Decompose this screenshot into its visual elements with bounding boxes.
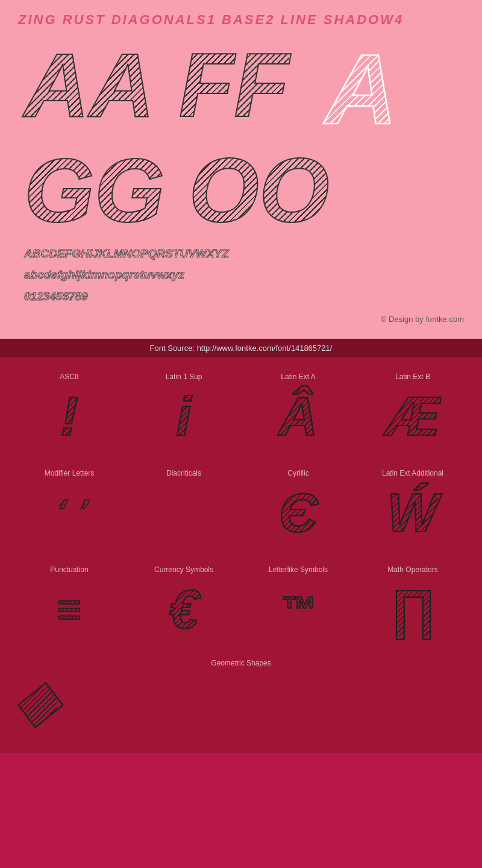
char-cell-cyrillic: Cyrillic ЄЄ [241, 460, 355, 556]
char-grid: ASCII !! Latin 1 Sup ii Latin Ext A ÂÂ L… [0, 363, 482, 653]
label-currency: Currency Symbols [154, 565, 213, 574]
label-letterlike: Letterlike Symbols [269, 565, 328, 574]
char-cell-latin1sup: Latin 1 Sup ii [127, 363, 241, 460]
char-cell-letterlike: Letterlike Symbols ™™ [241, 556, 355, 653]
char-img-latinextB: ÆÆ [386, 388, 440, 445]
char-img-latinextadd: ẂẂ [387, 485, 439, 541]
char-cell-modletters: Modifier Letters ʻʻ ʼʼ [12, 460, 127, 556]
font-source-text: Font Source: http://www.fontke.com/font/… [150, 344, 333, 353]
label-diacriticals: Diacriticals [166, 469, 201, 477]
alphabet-row-lower: abcdefghijklmnopqrstuvwxyz abcdefghijklm… [24, 266, 458, 284]
char-img-letterlike: ™™ [280, 581, 316, 638]
font-source-bar: Font Source: http://www.fontke.com/font/… [0, 339, 482, 357]
alphabet-row-digits: 0123456789 0123456789 [24, 288, 458, 306]
char-cell-currency: Currency Symbols €€ [127, 556, 241, 653]
font-title: ZING RUST DIAGONALS1 BASE2 LINE SHADOW4 [18, 12, 464, 28]
label-latinextB: Latin Ext B [395, 373, 430, 381]
copyright: © Design by fontke.com [18, 315, 464, 327]
char-cell-ascii: ASCII !! [12, 363, 127, 460]
char-cell-diacriticals: Diacriticals [127, 460, 241, 556]
display-char-FF: FF FF [179, 40, 289, 130]
display-char-white-A: A A [325, 40, 397, 139]
alphabet-section: ABCDEFGHIJKLMNOPQRSTUVWXYZ ABCDEFGHIJKLM… [18, 236, 464, 309]
top-section: ZING RUST DIAGONALS1 BASE2 LINE SHADOW4 … [0, 0, 482, 339]
char-img-currency: €€ [169, 581, 199, 638]
char-cell-latinextB: Latin Ext B ÆÆ [355, 363, 470, 460]
label-mathops: Math Operators [387, 565, 437, 574]
char-img-latinextA: ÂÂ [279, 388, 318, 445]
display-char-OO: OO OO [189, 145, 329, 236]
char-cell-latinextA: Latin Ext A ÂÂ [241, 363, 355, 460]
label-latin1sup: Latin 1 Sup [166, 373, 202, 381]
label-latinextadd: Latin Ext Additional [382, 469, 443, 477]
display-char-GG: GG GG [24, 145, 164, 236]
label-punctuation: Punctuation [50, 565, 88, 574]
label-cyrillic: Cyrillic [287, 469, 308, 477]
alphabet-row-upper: ABCDEFGHIJKLMNOPQRSTUVWXYZ ABCDEFGHIJKLM… [24, 245, 458, 263]
char-img-ascii: !! [60, 388, 78, 445]
bottom-section: Font Source: http://www.fontke.com/font/… [0, 339, 482, 753]
char-cell-punctuation: Punctuation ≡≡ [12, 556, 127, 653]
label-geoshapes: Geometric Shapes [12, 659, 470, 667]
char-img-punctuation: ≡≡ [57, 581, 82, 638]
display-char-AA: AA AA [24, 40, 155, 130]
char-img-geoshapes: ◆◆ [12, 675, 470, 729]
char-img-latin1sup: ii [176, 388, 191, 445]
label-latinextA: Latin Ext A [281, 373, 315, 381]
label-modletters: Modifier Letters [45, 469, 95, 477]
geo-section: Geometric Shapes ◆◆ [0, 653, 482, 735]
char-img-mathops: ∏∏ [390, 581, 435, 638]
label-ascii: ASCII [60, 373, 78, 381]
char-img-modletters: ʻʻ ʼʼ [54, 485, 85, 541]
char-cell-latinextadd: Latin Ext Additional ẂẂ [355, 460, 470, 556]
char-img-cyrillic: ЄЄ [279, 485, 318, 541]
char-cell-mathops: Math Operators ∏∏ [355, 556, 470, 653]
